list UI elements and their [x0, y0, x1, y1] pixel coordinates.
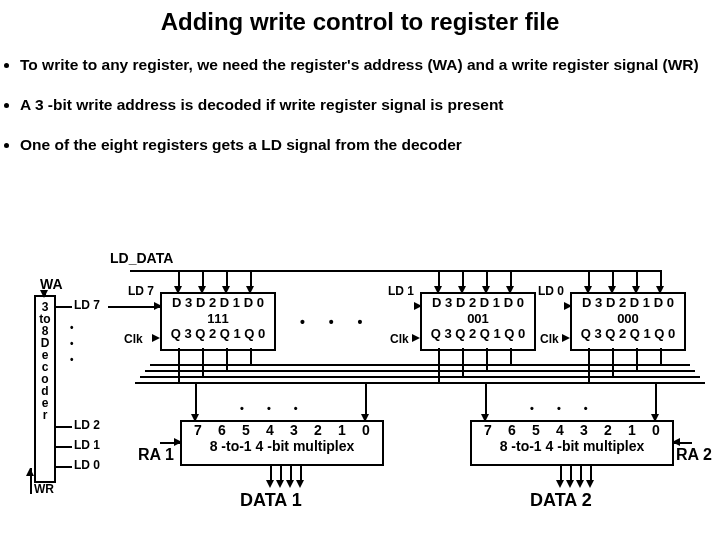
- reg-d-row: D 3 D 2 D 1 D 0: [162, 295, 274, 311]
- decoder-label: 3to8Decoder: [39, 300, 50, 422]
- mux1-top-dots: • • •: [240, 402, 308, 414]
- register-1: D 3 D 2 D 1 D 0 001 Q 3 Q 2 Q 1 Q 0: [420, 292, 536, 351]
- mux2-inputs: 76543210: [472, 422, 672, 438]
- decoder-out-ld0: LD 0: [74, 458, 100, 472]
- register-7: D 3 D 2 D 1 D 0 111 Q 3 Q 2 Q 1 Q 0: [160, 292, 276, 351]
- decoder-vdots: •••: [70, 320, 84, 368]
- reg7-ld: LD 7: [128, 284, 154, 298]
- reg-q-row: Q 3 Q 2 Q 1 Q 0: [422, 326, 534, 342]
- reg7-mid: 111: [162, 311, 274, 327]
- mux-2: 76543210 8 -to-1 4 -bit multiplex: [470, 420, 674, 466]
- reg1-clk: Clk: [390, 332, 409, 346]
- reg-q-row: Q 3 Q 2 Q 1 Q 0: [162, 326, 274, 342]
- circuit-diagram: LD_DATA WA 3to8Decoder WR LD 7 ••• LD 2 …: [0, 250, 720, 540]
- reg-d-row: D 3 D 2 D 1 D 0: [422, 295, 534, 311]
- mux-1: 76543210 8 -to-1 4 -bit multiplex: [180, 420, 384, 466]
- page-title: Adding write control to register file: [0, 0, 720, 36]
- register-0: D 3 D 2 D 1 D 0 000 Q 3 Q 2 Q 1 Q 0: [570, 292, 686, 351]
- reg1-mid: 001: [422, 311, 534, 327]
- reg0-mid: 000: [572, 311, 684, 327]
- wr-label: WR: [34, 482, 54, 496]
- decoder-3to8: 3to8Decoder: [34, 295, 56, 483]
- reg0-ld: LD 0: [538, 284, 564, 298]
- data2-label: DATA 2: [530, 490, 592, 511]
- reg-hdots: • • •: [300, 314, 372, 330]
- reg-q-row: Q 3 Q 2 Q 1 Q 0: [572, 326, 684, 342]
- ra1-label: RA 1: [138, 446, 174, 464]
- bullet-list: To write to any register, we need the re…: [0, 52, 720, 154]
- mux2-label: 8 -to-1 4 -bit multiplex: [472, 438, 672, 454]
- decoder-out-ld2: LD 2: [74, 418, 100, 432]
- reg-d-row: D 3 D 2 D 1 D 0: [572, 295, 684, 311]
- bullet-item: One of the eight registers gets a LD sig…: [20, 136, 700, 154]
- data1-label: DATA 1: [240, 490, 302, 511]
- bullet-item: To write to any register, we need the re…: [20, 56, 700, 74]
- mux2-top-dots: • • •: [530, 402, 598, 414]
- decoder-out-ld7: LD 7: [74, 298, 100, 312]
- reg1-ld: LD 1: [388, 284, 414, 298]
- mux1-label: 8 -to-1 4 -bit multiplex: [182, 438, 382, 454]
- reg0-clk: Clk: [540, 332, 559, 346]
- mux1-inputs: 76543210: [182, 422, 382, 438]
- ld-data-label: LD_DATA: [110, 250, 173, 266]
- bullet-item: A 3 -bit write address is decoded if wri…: [20, 96, 700, 114]
- decoder-out-ld1: LD 1: [74, 438, 100, 452]
- ra2-label: RA 2: [676, 446, 712, 464]
- reg7-clk: Clk: [124, 332, 143, 346]
